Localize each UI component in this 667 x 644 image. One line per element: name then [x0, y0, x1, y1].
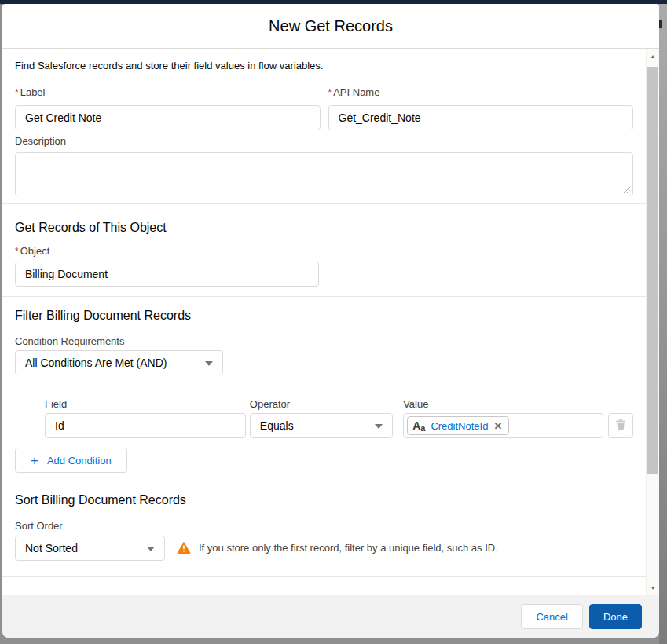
label-field-label: *Label [15, 86, 321, 99]
condition-field-input[interactable] [45, 413, 246, 438]
chevron-down-icon [375, 424, 383, 429]
api-name-field-label: *API Name [328, 86, 634, 99]
object-section-heading: Get Records of This Object [15, 219, 633, 236]
modal-header: New Get Records [2, 4, 659, 49]
section-filter: Filter Billing Document Records Conditio… [2, 296, 646, 481]
value-pill-label: CreditNoteId [431, 420, 488, 432]
required-marker: * [15, 87, 19, 98]
text-type-icon: Aa [412, 419, 425, 433]
description-field-label: Description [15, 135, 633, 148]
section-basics: Find Salesforce records and store their … [2, 49, 646, 203]
required-marker: * [15, 246, 19, 257]
sort-order-label: Sort Order [15, 520, 165, 532]
background-artifact [659, 20, 662, 28]
condition-value-combobox[interactable]: Aa CreditNoteId ✕ [403, 413, 603, 438]
condition-field-block: Field [45, 398, 246, 438]
new-get-records-modal: New Get Records Find Salesforce records … [2, 4, 659, 638]
scrollbar-thumb[interactable] [647, 67, 658, 474]
object-field-block: *Object [15, 245, 633, 287]
description-textarea[interactable] [15, 152, 633, 196]
scroll-down-icon[interactable]: ▼ [647, 581, 659, 595]
add-condition-button[interactable]: + Add Condition [15, 448, 127, 473]
condition-row: Field Operator Equals Value [45, 398, 633, 438]
condition-field-label: Field [45, 398, 246, 411]
condition-requirements-block: Condition Requirements All Conditions Ar… [15, 335, 633, 375]
intro-text: Find Salesforce records and store their … [15, 59, 633, 73]
warning-icon [177, 541, 191, 554]
condition-operator-dropdown[interactable]: Equals [250, 413, 393, 438]
condition-value-label: Value [403, 398, 603, 411]
chevron-down-icon [147, 547, 155, 551]
done-button[interactable]: Done [589, 604, 642, 629]
section-sort: Sort Billing Document Records Sort Order… [2, 481, 646, 576]
label-field-block: *Label [15, 86, 321, 130]
chevron-down-icon [205, 361, 213, 366]
value-pill[interactable]: Aa CreditNoteId ✕ [407, 416, 509, 435]
object-input[interactable] [15, 262, 319, 287]
description-field-block: Description [15, 135, 633, 196]
page-title: New Get Records [269, 17, 393, 35]
sort-order-block: Sort Order Not Sorted [15, 520, 165, 561]
remove-pill-icon[interactable]: ✕ [493, 420, 502, 432]
api-name-field-block: *API Name [328, 86, 634, 130]
object-field-label: *Object [15, 245, 633, 258]
delete-condition-button[interactable] [608, 413, 633, 438]
filter-section-heading: Filter Billing Document Records [15, 307, 633, 324]
required-marker: * [328, 87, 332, 98]
cancel-button[interactable]: Cancel [521, 604, 582, 629]
sort-section-heading: Sort Billing Document Records [15, 492, 633, 508]
condition-operator-label: Operator [250, 398, 393, 411]
condition-requirements-dropdown[interactable]: All Conditions Are Met (AND) [15, 350, 223, 375]
background-page-edge [659, 4, 667, 644]
section-next-sliver [2, 576, 646, 591]
browser-top-strip [0, 0, 667, 4]
condition-requirements-label: Condition Requirements [15, 335, 633, 348]
trash-icon [615, 419, 626, 433]
vertical-scrollbar[interactable]: ▲ ▼ [646, 49, 659, 595]
label-input[interactable] [15, 105, 321, 130]
sort-order-dropdown[interactable]: Not Sorted [15, 536, 165, 561]
plus-icon: + [31, 454, 38, 467]
warning-text: If you store only the first record, filt… [199, 542, 498, 554]
section-object: Get Records of This Object *Object [2, 203, 646, 296]
api-name-input[interactable] [328, 105, 634, 130]
modal-body: Find Salesforce records and store their … [2, 49, 659, 595]
sort-warning: If you store only the first record, filt… [177, 541, 498, 554]
scroll-content: Find Salesforce records and store their … [2, 49, 646, 595]
condition-operator-block: Operator Equals [250, 398, 393, 438]
scroll-up-icon[interactable]: ▲ [647, 49, 659, 63]
condition-value-block: Value Aa CreditNoteId ✕ [403, 398, 603, 438]
modal-footer: Cancel Done [2, 595, 659, 638]
